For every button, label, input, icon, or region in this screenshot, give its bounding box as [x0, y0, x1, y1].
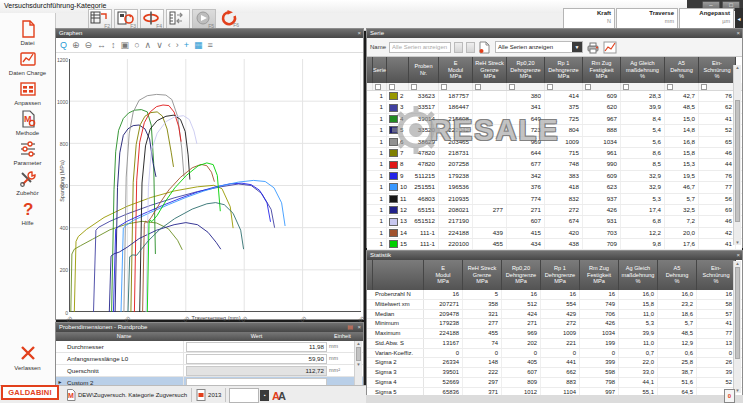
table-row[interactable]: 17478202187316447159618,615,846: [367, 148, 742, 159]
dimension-row[interactable]: Anfangsmesslänge L059,90mm: [56, 353, 363, 365]
specimen-setup-button[interactable]: F3: [114, 9, 138, 30]
pan-left-icon[interactable]: ‹: [168, 39, 171, 51]
table-row[interactable]: 111468032109357748329375,35,756: [367, 194, 742, 205]
font-icon[interactable]: AA: [272, 389, 286, 402]
column-header[interactable]: Rp0,20 Dehngrenze MPa: [502, 260, 541, 290]
select-region-icon[interactable]: ○: [134, 39, 139, 51]
crosshair-icon[interactable]: +: [184, 39, 189, 51]
close-icon[interactable]: ×: [736, 29, 740, 38]
dimension-value-input[interactable]: 112,72: [186, 366, 327, 376]
filter-box-icon[interactable]: [701, 84, 707, 90]
series-scrollbar[interactable]: ▲ ▼: [733, 65, 741, 245]
stats-row[interactable]: Sigma 33950122260766259833,038,739: [367, 368, 742, 378]
dims-scrollbar[interactable]: ▲ ▼: [354, 341, 362, 385]
report-tab[interactable]: 2013: [192, 388, 226, 402]
pan-right-icon[interactable]: ›: [176, 39, 179, 51]
dimension-value-input[interactable]: 59,90: [186, 354, 327, 364]
column-header[interactable]: Proben Nr.: [409, 57, 439, 83]
sidebar-item-parameter[interactable]: Parameter: [0, 139, 55, 166]
table-row[interactable]: 1638629203465969100910345,616,865: [367, 137, 742, 148]
column-header[interactable]: E Modul MPa: [439, 57, 473, 83]
column-header[interactable]: E Modul MPa: [424, 260, 463, 290]
table-row[interactable]: 14390142156086497259678,415,041: [367, 114, 742, 125]
sidebar-item-datei[interactable]: Datei: [0, 19, 55, 46]
status-input[interactable]: [229, 388, 259, 403]
sidebar-item-methode[interactable]: M Methode: [0, 109, 55, 136]
column-header[interactable]: Serie: [373, 57, 387, 83]
table-row[interactable]: 1951121517923834238360932,919,576: [367, 171, 742, 182]
dimension-value-input[interactable]: 11,98: [186, 342, 327, 352]
column-header[interactable]: A5 Dehnung %: [665, 57, 699, 83]
stats-row[interactable]: Varian-Koeffiz.000000,70,60: [367, 349, 742, 359]
stats-row[interactable]: Mittelwert xm20727135851255474915,823,25…: [367, 300, 742, 310]
chart-area[interactable]: Spannung (MPa) Traversenweg (mm) 0200400…: [56, 53, 363, 320]
column-header[interactable]: [373, 260, 424, 290]
series-filter-dropdown[interactable]: Alle Serien anzeigen ▼: [495, 41, 583, 53]
fit-height-icon[interactable]: ↕: [111, 39, 116, 51]
refresh-button[interactable]: F6: [218, 9, 240, 28]
close-icon[interactable]: ×: [357, 29, 361, 38]
new-series-icon[interactable]: [478, 41, 492, 54]
filter-box-icon[interactable]: [667, 84, 673, 90]
column-header[interactable]: Ag Gleich maßdehnung %: [621, 57, 665, 83]
stats-row[interactable]: Maximum2241884559691009103439,948,577: [367, 329, 742, 339]
column-header[interactable]: Ein- Schnürung %: [699, 57, 736, 83]
column-header[interactable]: Rp0,20 Dehngrenze MPa: [507, 57, 545, 83]
filter-box-icon[interactable]: [411, 84, 417, 90]
table-row[interactable]: 1136515122171906076749316,87,246: [367, 216, 742, 227]
sidebar-item-anpassen[interactable]: Anpassen: [0, 79, 55, 106]
start-test-button[interactable]: F5: [192, 9, 216, 30]
column-header[interactable]: ReH Streck Grenze MPa: [463, 260, 502, 290]
ruler-button[interactable]: [166, 9, 190, 30]
series-filter-row[interactable]: [367, 83, 742, 91]
column-header[interactable]: A5 Dehnung %: [658, 260, 697, 290]
filter-box-icon[interactable]: [475, 84, 481, 90]
filter-box-icon[interactable]: [441, 84, 447, 90]
sidebar-item-daten-charge[interactable]: Daten Charge: [0, 49, 55, 76]
column-header[interactable]: Rm Zug Festigkeit MPa: [580, 260, 619, 290]
close-icon[interactable]: ×: [357, 323, 361, 332]
column-header[interactable]: Ag Gleich maßdehnung %: [619, 260, 658, 290]
stats-row[interactable]: Std.Abw. S131677420222119911,012,913: [367, 339, 742, 349]
filter-box-icon[interactable]: [585, 84, 591, 90]
stats-row[interactable]: Probenzahl N16516161616,016,016: [367, 290, 742, 300]
column-header[interactable]: [387, 57, 409, 83]
chevron-down-icon[interactable]: ▼: [572, 42, 582, 52]
machine-setup-button[interactable]: F2: [88, 9, 112, 30]
column-header[interactable]: Rp 1 Dehngrenze MPa: [545, 57, 583, 83]
table-row[interactable]: 18478202072586777489908,515,344: [367, 159, 742, 170]
filter-box-icon[interactable]: [375, 84, 381, 90]
column-header[interactable]: Rp 1 Dehngrenze MPa: [541, 260, 580, 290]
zoom-in-icon[interactable]: ⊕: [72, 39, 80, 51]
filter-button[interactable]: [454, 42, 463, 53]
table-row[interactable]: 114111-122418843941542070312,220,042: [367, 228, 742, 239]
sidebar-item-verlassen[interactable]: Verlassen: [0, 343, 55, 371]
sidebar-item-hilfe[interactable]: ? Hilfe: [0, 199, 55, 226]
table-row[interactable]: 133351718644734137562039,948,562: [367, 102, 742, 113]
stats-scrollbar[interactable]: ▲ ▼: [733, 261, 741, 393]
report-icon[interactable]: ▤: [347, 323, 353, 332]
stats-row[interactable]: Minimum1792382772712724265,35,741: [367, 319, 742, 329]
series-name-input[interactable]: [389, 42, 451, 53]
dimension-row[interactable]: Querschnitt112,72mm²: [56, 365, 363, 377]
stats-row[interactable]: Sigma 45266929780988379844,151,652: [367, 378, 742, 388]
fit-all-icon[interactable]: ▣: [121, 39, 130, 51]
sidebar-item-zubehoer[interactable]: Zubehör: [0, 169, 55, 196]
table-row[interactable]: 123362318775738041460928,342,776: [367, 91, 742, 102]
project-tab[interactable]: M DEW\Zugversuch. Kategorie Zugversuch: [62, 388, 192, 402]
stats-row[interactable]: Median20947832142442970611,018,657: [367, 310, 742, 320]
column-header[interactable]: Rm Zug Festigkeit MPa: [583, 57, 621, 83]
chart-report-icon[interactable]: [603, 41, 617, 54]
stats-row[interactable]: Sigma 22633414840544139922,025,826: [367, 358, 742, 368]
clear-filter-button[interactable]: [466, 42, 475, 53]
zoom-out-icon[interactable]: ⊖: [85, 39, 93, 51]
curve-list-icon[interactable]: ≡: [208, 39, 213, 51]
status-options-button[interactable]: ▪: [260, 390, 269, 401]
pan-up-icon[interactable]: ∧: [145, 39, 152, 51]
pan-down-icon[interactable]: ∨: [156, 39, 163, 51]
collapse-panel-button[interactable]: ◂: [735, 8, 743, 30]
table-row[interactable]: 11025155119653637641862332,946,777: [367, 182, 742, 193]
table-row[interactable]: 15335202220427238048885,414,852: [367, 125, 742, 136]
close-icon[interactable]: ×: [736, 251, 740, 260]
table-row[interactable]: 1126515120802127727127242617,432,569: [367, 205, 742, 216]
